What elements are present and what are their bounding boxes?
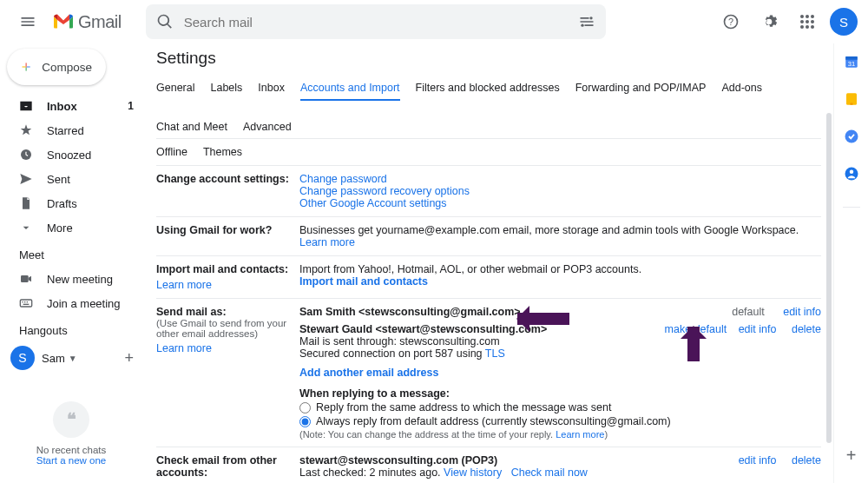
link-edit-info-1[interactable]: edit info (783, 306, 821, 318)
sendas-default-badge: default (732, 306, 765, 318)
tab-offline[interactable]: Offline (156, 146, 187, 158)
nav-label: Snoozed (47, 149, 91, 162)
hangouts-user-row[interactable]: S Sam ▼ + (0, 342, 142, 374)
svg-point-10 (800, 25, 804, 29)
settings-button[interactable] (753, 6, 785, 37)
support-button[interactable]: ? (715, 6, 746, 37)
tab-labels[interactable]: Labels (210, 76, 242, 100)
sidebar-item-more[interactable]: More (0, 215, 142, 240)
reply-option-same[interactable]: Reply from the same address to which the… (299, 401, 821, 414)
check-lastchecked: Last checked: 2 minutes ago. (299, 466, 444, 479)
sidebar-join-meeting[interactable]: Join a meeting (0, 291, 142, 315)
keyboard-icon (19, 296, 33, 310)
sendas-identity-1: Sam Smith <stewsconsulting@gmail.com> (299, 306, 521, 318)
settings-main: Settings General Labels Inbox Accounts a… (142, 43, 833, 483)
tasks-icon (844, 129, 859, 144)
sidebar-item-sent[interactable]: Sent (0, 167, 142, 191)
svg-rect-20 (20, 300, 31, 307)
inbox-icon (19, 99, 33, 113)
tab-themes[interactable]: Themes (203, 146, 242, 158)
link-add-email[interactable]: Add another email address (299, 367, 438, 379)
gmail-icon (52, 13, 75, 30)
svg-point-11 (806, 25, 809, 29)
sendas-identity-2: Stewart Gauld <stewart@stewsconsulting.c… (299, 323, 547, 335)
svg-rect-15 (26, 68, 27, 71)
clock-icon (19, 148, 33, 162)
link-check-delete[interactable]: delete (792, 454, 821, 466)
get-addons-button[interactable]: + (846, 446, 857, 466)
main-menu-button[interactable] (10, 4, 45, 39)
apps-grid-icon (799, 14, 815, 30)
tab-filters[interactable]: Filters and blocked addresses (416, 76, 560, 100)
tab-addons[interactable]: Add-ons (721, 76, 762, 100)
row-gmail-work: Using Gmail for work? Businesses get you… (156, 217, 821, 256)
tab-general[interactable]: General (156, 76, 194, 100)
svg-rect-23 (27, 301, 28, 302)
sidebar-new-meeting[interactable]: New meeting (0, 267, 142, 291)
account-avatar[interactable]: S (830, 8, 858, 36)
link-tls[interactable]: TLS (485, 347, 505, 360)
new-chat-button[interactable]: + (124, 349, 134, 367)
search-icon (156, 13, 174, 30)
svg-point-8 (806, 20, 809, 23)
link-delete-2[interactable]: delete (792, 323, 821, 335)
reply-option-default[interactable]: Always reply from default address (curre… (299, 415, 821, 427)
sidebar-item-snoozed[interactable]: Snoozed (0, 142, 142, 167)
link-change-password[interactable]: Change password (299, 173, 387, 185)
meet-header: Meet (0, 240, 142, 267)
apps-button[interactable] (792, 6, 823, 37)
contacts-addon[interactable] (844, 166, 859, 184)
scrollbar[interactable] (826, 113, 832, 443)
link-import-action[interactable]: Import mail and contacts (299, 275, 428, 288)
import-text: Import from Yahoo!, Hotmail, AOL, or oth… (299, 263, 821, 275)
keep-addon[interactable] (844, 91, 859, 109)
link-check-edit[interactable]: edit info (739, 454, 777, 466)
search-input[interactable] (184, 15, 568, 30)
tab-forwarding[interactable]: Forwarding and POP/IMAP (575, 76, 707, 100)
search-options-icon[interactable] (578, 13, 595, 30)
gmail-logo[interactable]: Gmail (52, 12, 122, 32)
link-reply-learn[interactable]: Learn more (556, 429, 604, 440)
nav-label: More (47, 222, 73, 235)
tasks-addon[interactable] (844, 129, 859, 147)
search-bar[interactable] (146, 4, 606, 39)
link-other-settings[interactable]: Other Google Account settings (299, 197, 447, 209)
link-recovery[interactable]: Change password recovery options (299, 185, 470, 197)
radio-reply-default[interactable] (299, 416, 311, 427)
tab-advanced[interactable]: Advanced (243, 116, 292, 138)
link-import-learn[interactable]: Learn more (156, 279, 212, 291)
radio-reply-same[interactable] (299, 402, 311, 414)
nav-label: Drafts (47, 197, 77, 210)
sidebar-item-starred[interactable]: Starred (0, 118, 142, 142)
compose-label: Compose (42, 61, 92, 74)
row-label: Using Gmail for work? (156, 224, 299, 248)
plus-icon (21, 56, 31, 77)
sidebar-item-drafts[interactable]: Drafts (0, 191, 142, 215)
svg-point-12 (811, 25, 814, 29)
link-view-history[interactable]: View history (444, 466, 502, 479)
link-workspace-learn[interactable]: Learn more (299, 236, 355, 248)
row-label: Change account settings: (156, 173, 299, 209)
start-new-chat-link[interactable]: Start a new one (0, 455, 142, 466)
link-edit-info-2[interactable]: edit info (739, 323, 777, 335)
link-check-now[interactable]: Check mail now (511, 466, 588, 479)
svg-rect-24 (23, 304, 30, 305)
app-header: Gmail ? S (0, 0, 868, 43)
link-sendas-learn[interactable]: Learn more (156, 342, 212, 354)
link-make-default[interactable]: make default (665, 323, 727, 335)
star-icon (19, 123, 33, 137)
calendar-addon[interactable]: 31 (844, 54, 859, 72)
header-actions: ? S (715, 6, 858, 37)
compose-button[interactable]: Compose (7, 49, 106, 85)
send-icon (19, 172, 33, 186)
contacts-icon (844, 166, 859, 182)
help-icon: ? (722, 13, 740, 30)
tab-accounts-import[interactable]: Accounts and Import (300, 76, 400, 101)
tab-chat-meet[interactable]: Chat and Meet (156, 116, 227, 138)
svg-point-9 (811, 20, 814, 23)
check-identity: stewart@stewsconsulting.com (POP3) (299, 454, 497, 466)
tab-inbox[interactable]: Inbox (258, 76, 285, 100)
sidebar-item-inbox[interactable]: Inbox 1 (0, 94, 142, 118)
gear-icon (760, 13, 778, 30)
reply-heading: When replying to a message: (299, 387, 450, 400)
